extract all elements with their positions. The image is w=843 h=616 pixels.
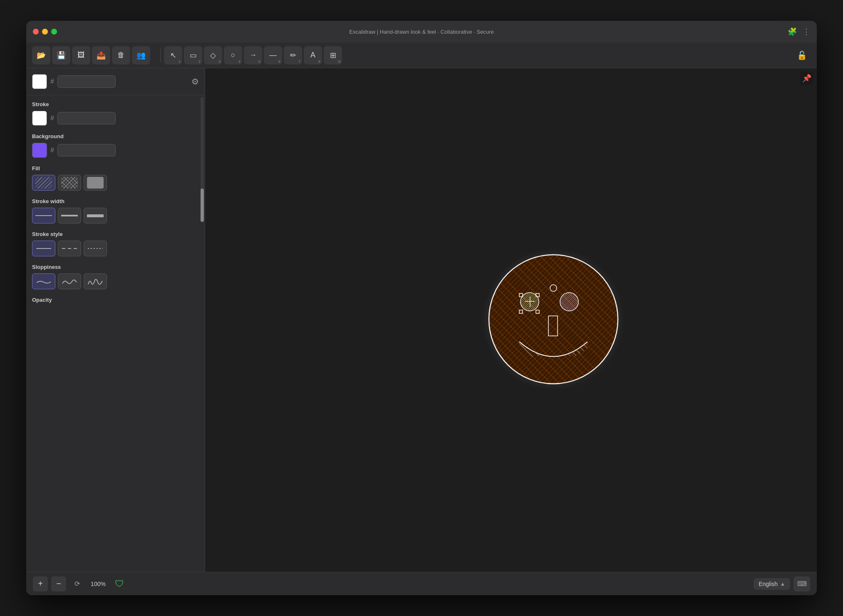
- stroke-medium-option[interactable]: [58, 208, 81, 224]
- save-button[interactable]: 💾: [52, 46, 70, 65]
- sloppiness-medium-option[interactable]: [58, 273, 81, 289]
- keyboard-button[interactable]: ⌨: [793, 576, 810, 591]
- stroke-thick-option[interactable]: [84, 208, 107, 224]
- stroke-width-label: Stroke width: [32, 198, 194, 204]
- title-actions: 🧩 ⋮: [788, 27, 810, 36]
- tool-number-5: 5: [258, 60, 260, 64]
- stroke-dashed-icon: [62, 248, 77, 249]
- svg-line-31: [483, 365, 508, 390]
- delete-icon: 🗑: [117, 51, 125, 60]
- background-hash-label: #: [50, 147, 54, 154]
- smiley-drawing: [483, 248, 624, 392]
- maximize-button[interactable]: [51, 29, 57, 35]
- svg-line-30: [599, 248, 624, 273]
- stroke-dotted-option[interactable]: [84, 241, 107, 256]
- window-title: Excalidraw | Hand-drawn look & feel · Co…: [349, 29, 493, 35]
- zoom-level: 100%: [88, 581, 109, 587]
- stroke-dashed-option[interactable]: [58, 241, 81, 256]
- tool-number-3: 3: [218, 60, 221, 64]
- fill-crosshatch-option[interactable]: [58, 175, 81, 191]
- fill-solid-option[interactable]: [84, 175, 107, 191]
- export-button[interactable]: 📤: [92, 46, 110, 65]
- stroke-thick-icon: [87, 214, 104, 217]
- sloppiness-medium-icon: [62, 277, 77, 286]
- close-button[interactable]: [33, 29, 39, 35]
- menu-icon[interactable]: ⋮: [803, 27, 810, 36]
- sloppiness-label: Sloppiness: [32, 264, 194, 270]
- sloppiness-low-option[interactable]: [32, 273, 55, 289]
- main-toolbar: 📂 💾 🖼 📤 🗑 👥 ↖ 1 ▭ 2: [26, 42, 817, 68]
- shield-icon: 🛡: [115, 579, 124, 589]
- stroke-section: Stroke # 000000: [32, 101, 194, 126]
- canvas-hash-label: #: [50, 78, 54, 85]
- background-label: Background: [32, 133, 194, 139]
- arrow-tool[interactable]: → 5: [244, 46, 262, 65]
- sidebar-scrollbar-track[interactable]: [200, 95, 205, 572]
- sidebar-scrollbar: [201, 97, 204, 222]
- ellipse-tool[interactable]: ○ 4: [224, 46, 242, 65]
- image-icon: ⊞: [330, 51, 336, 60]
- extensions-icon[interactable]: 🧩: [788, 27, 797, 36]
- canvas-color-input[interactable]: ffffff: [57, 75, 116, 88]
- tool-number-7: 7: [298, 60, 300, 64]
- rectangle-icon: ▭: [190, 51, 197, 60]
- delete-button[interactable]: 🗑: [112, 46, 130, 65]
- bottom-bar: + − ⟳ 100% 🛡 English ▲ ⌨: [26, 572, 817, 595]
- diamond-tool[interactable]: ◇ 3: [204, 46, 222, 65]
- pencil-tool[interactable]: ✏ 7: [284, 46, 302, 65]
- fill-crosshatch-icon: [61, 177, 78, 189]
- svg-line-33: [483, 373, 499, 390]
- canvas-area[interactable]: 📌: [205, 68, 817, 572]
- collaborate-button[interactable]: 👥: [132, 46, 150, 65]
- stroke-color-swatch[interactable]: [32, 111, 47, 126]
- fill-hatch-option[interactable]: [32, 175, 55, 191]
- shield-button[interactable]: 🛡: [112, 576, 127, 591]
- stroke-solid-option[interactable]: [32, 241, 55, 256]
- zoom-in-button[interactable]: +: [33, 576, 48, 591]
- arrow-icon: →: [249, 51, 257, 60]
- tool-number-1: 1: [179, 60, 181, 64]
- tool-number-2: 2: [198, 60, 201, 64]
- open-icon: 📂: [37, 51, 46, 60]
- stroke-style-options: [32, 241, 194, 256]
- export-image-button[interactable]: 🖼: [72, 46, 90, 65]
- stroke-thin-option[interactable]: [32, 208, 55, 224]
- zoom-fit-icon: ⟳: [74, 580, 80, 588]
- zoom-fit-button[interactable]: ⟳: [69, 576, 84, 591]
- opacity-label: Opacity: [32, 297, 194, 303]
- export-icon: 📤: [97, 51, 106, 60]
- sloppiness-low-icon: [36, 277, 52, 286]
- zoom-out-button[interactable]: −: [51, 576, 66, 591]
- collaborate-icon: 👥: [136, 51, 146, 60]
- stroke-color-input[interactable]: 000000: [57, 112, 116, 124]
- stroke-solid-icon: [36, 248, 51, 249]
- stroke-style-section: Stroke style: [32, 231, 194, 256]
- background-color-swatch[interactable]: [32, 143, 47, 158]
- image-tool[interactable]: ⊞ 9: [324, 46, 342, 65]
- diamond-icon: ◇: [210, 51, 216, 60]
- lock-button[interactable]: 🔓: [793, 46, 811, 65]
- language-selector[interactable]: English ▲: [754, 578, 790, 590]
- save-icon: 💾: [57, 51, 66, 60]
- sidebar-properties: Stroke # 000000 Background #: [26, 95, 200, 572]
- background-color-input[interactable]: 7950f2: [57, 144, 116, 156]
- text-icon: A: [310, 51, 315, 60]
- fill-options: [32, 175, 194, 191]
- text-tool[interactable]: A 8: [304, 46, 322, 65]
- app-body: # ffffff ⚙ Stroke # 000000: [26, 68, 817, 572]
- toolbar-divider: [160, 48, 161, 63]
- sloppiness-high-option[interactable]: [84, 273, 107, 289]
- line-tool[interactable]: — 6: [264, 46, 282, 65]
- background-color-row: # 7950f2: [32, 143, 194, 158]
- canvas-color-section: # ffffff ⚙: [26, 68, 205, 95]
- open-button[interactable]: 📂: [32, 46, 50, 65]
- stroke-dotted-icon: [88, 248, 103, 249]
- fill-hatch-icon: [35, 177, 52, 189]
- opacity-section: Opacity: [32, 297, 194, 303]
- canvas-color-swatch[interactable]: [32, 74, 47, 89]
- settings-button[interactable]: ⚙: [191, 77, 199, 87]
- rectangle-tool[interactable]: ▭ 2: [184, 46, 202, 65]
- minimize-button[interactable]: [42, 29, 48, 35]
- stroke-thin-icon: [35, 215, 52, 216]
- select-tool[interactable]: ↖ 1: [164, 46, 182, 65]
